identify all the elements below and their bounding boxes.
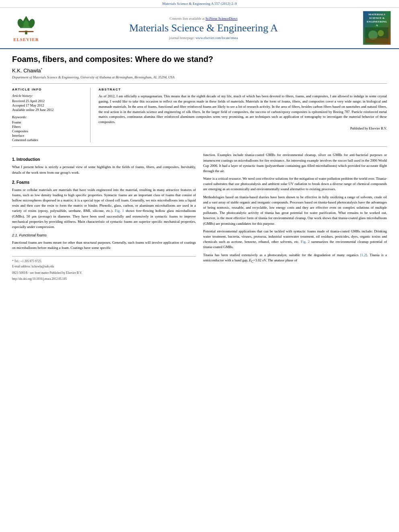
journal-header: ELSEVIER Contents lists available at Sci… bbox=[0, 8, 399, 49]
available-date: Available online 29 June 2012 bbox=[12, 108, 85, 112]
article-info-panel: ARTICLE INFO Article history: Received 2… bbox=[12, 88, 90, 142]
footer-section: * Tel.: +1 205 975 9725. E-mail address:… bbox=[12, 256, 196, 281]
left-column: 1. Introduction What I present below is … bbox=[12, 152, 196, 281]
elsevier-logo: ELSEVIER bbox=[8, 14, 44, 42]
journal-title-center: Contents lists available at SciVerse Sci… bbox=[44, 16, 363, 40]
keyword-foams: Foams bbox=[12, 120, 85, 124]
right-column: function. Examples include titania-coate… bbox=[203, 152, 387, 281]
svg-rect-9 bbox=[365, 38, 389, 43]
article-info-abstract-container: ARTICLE INFO Article history: Received 2… bbox=[12, 83, 387, 147]
article-affiliation: Department of Materials Science & Engine… bbox=[12, 75, 387, 79]
keyword-composites: Composites bbox=[12, 129, 85, 133]
functional-foams-paragraph: Functional foams are foams meant for oth… bbox=[12, 240, 196, 251]
journal-citation: Materials Science & Engineering A 557 (2… bbox=[162, 2, 237, 6]
keyword-interface: Interface bbox=[12, 134, 85, 138]
main-content: Foams, fibers, and composites: Where do … bbox=[0, 49, 399, 287]
issn-line: 0921-5093/$ - see front matter Published… bbox=[12, 271, 196, 275]
fig2-ref: Fig. 2 bbox=[301, 240, 310, 244]
right-paragraph4: Potential environmental applications tha… bbox=[203, 229, 387, 250]
article-author: K.K. Chawla* bbox=[12, 67, 387, 74]
elsevier-tree-icon bbox=[12, 14, 40, 36]
abstract-published: Published by Elsevier B.V. bbox=[99, 126, 387, 130]
right-paragraph1: function. Examples include titania-coate… bbox=[203, 152, 387, 174]
journal-homepage: journal homepage: www.elsevier.com/locat… bbox=[44, 36, 363, 40]
article-history-label: Article history: bbox=[12, 94, 85, 98]
svg-point-8 bbox=[378, 30, 384, 36]
right-paragraph5: Titania has been studied extensively as … bbox=[203, 253, 387, 264]
abstract-section: ABSTRACT As of 2012, I am officially a s… bbox=[99, 88, 387, 142]
keyword-cemented-carbides: Cemented carbides bbox=[12, 138, 85, 142]
cover-decoration-icon bbox=[365, 27, 389, 43]
article-title: Foams, fibers, and composites: Where do … bbox=[12, 55, 387, 64]
elsevier-brand-text: ELSEVIER bbox=[13, 37, 39, 42]
abstract-title: ABSTRACT bbox=[99, 88, 387, 91]
article-info-title: ARTICLE INFO bbox=[12, 88, 85, 91]
author-footnote-sup: * bbox=[41, 67, 43, 71]
svg-rect-5 bbox=[19, 31, 34, 32]
sciverse-link[interactable]: SciVerse ScienceDirect bbox=[206, 16, 238, 21]
keyword-fibers: Fibers bbox=[12, 125, 85, 129]
body-columns: 1. Introduction What I present below is … bbox=[12, 152, 387, 281]
foams-paragraph1: Foams or cellular materials are material… bbox=[12, 187, 196, 230]
footnote-email: E-mail address: kchawla@uab.edu bbox=[12, 264, 196, 269]
subsection-functional-foams: 2.1. Functional foams bbox=[12, 233, 196, 238]
section-intro-heading: 1. Introduction bbox=[12, 156, 196, 162]
right-paragraph3: Methodologies based on titania-based slu… bbox=[203, 195, 387, 226]
contents-line: Contents lists available at SciVerse Sci… bbox=[44, 16, 363, 21]
right-paragraph2: Water is a critical resource. We need co… bbox=[203, 176, 387, 192]
cite-ref-1-2: [1,2] bbox=[360, 253, 367, 257]
keywords-label: Keywords: bbox=[12, 115, 85, 119]
top-bar: Materials Science & Engineering A 557 (2… bbox=[0, 0, 399, 8]
footnote-tel: * Tel.: +1 205 975 9725. bbox=[12, 259, 196, 263]
accepted-date: Accepted 17 May 2012 bbox=[12, 103, 85, 107]
journal-name: Materials Science & Engineering A bbox=[44, 22, 363, 34]
journal-cover-image: MATERIALS SCIENCE & ENGINEERING A bbox=[363, 11, 391, 45]
received-date: Received 25 April 2012 bbox=[12, 99, 85, 103]
section-foams-heading: 2. Foams bbox=[12, 179, 196, 185]
keywords-section: Keywords: Foams Fibers Composites Interf… bbox=[12, 115, 85, 142]
doi-line: http://dx.doi.org/10.1016/j.msea.2012.05… bbox=[12, 277, 196, 281]
abstract-text: As of 2012, I am officially a septuagena… bbox=[99, 94, 387, 125]
intro-paragraph: What I present below is strictly a perso… bbox=[12, 164, 196, 175]
homepage-url[interactable]: www.elsevier.com/locate/msea bbox=[195, 36, 238, 40]
fig1-ref: Fig. 1 bbox=[115, 209, 124, 213]
